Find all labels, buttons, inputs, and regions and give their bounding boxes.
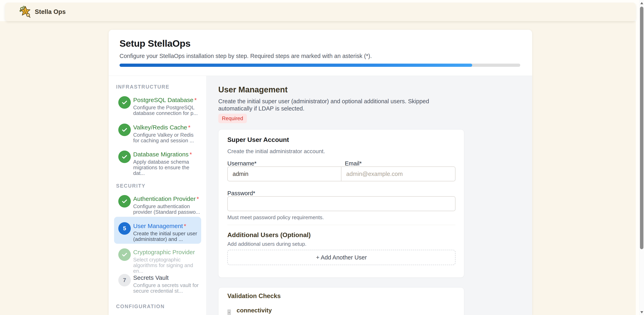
progress-fill: [120, 64, 472, 67]
app-header-bar: Stella Ops: [5, 3, 636, 21]
vertical-scrollbar[interactable]: [639, 0, 644, 315]
required-badge: Required: [218, 114, 247, 123]
required-asterisk: *: [196, 195, 199, 202]
stella-ops-logo-icon: [19, 6, 32, 18]
steps-sidebar: INFRASTRUCTURE PostgreSQL Database* Conf…: [109, 76, 206, 315]
dash-status-icon: -: [227, 309, 231, 315]
section-label-infrastructure: INFRASTRUCTURE: [116, 84, 170, 90]
step-description: Select cryptographic algorithms for sign…: [133, 257, 200, 274]
additional-users-title: Additional Users (Optional): [227, 231, 311, 239]
section-label-configuration: CONFIGURATION: [116, 303, 165, 309]
step-description: Configure Valkey or Redis for caching an…: [133, 132, 200, 143]
username-input[interactable]: [227, 166, 342, 181]
section-label-security: SECURITY: [116, 183, 146, 189]
page-subtitle: Configure your StellaOps installation st…: [120, 53, 372, 59]
brand-title: Stella Ops: [35, 8, 66, 16]
password-label: Password*: [227, 190, 255, 197]
step-description: Configure the PostgreSQL database connec…: [133, 105, 200, 116]
step-title: Cryptographic Provider: [133, 248, 200, 256]
step-number-badge: 7: [118, 274, 131, 286]
card-subtitle: Create the initial administrator account…: [227, 148, 325, 155]
step-title: PostgreSQL Database*: [133, 96, 200, 104]
wizard-header: Setup StellaOps Configure your StellaOps…: [120, 30, 521, 76]
password-help-text: Must meet password policy requirements.: [227, 214, 324, 221]
validation-checks-card: Validation Checks - connectivity Check p…: [218, 287, 464, 315]
check-icon: [118, 96, 131, 109]
step-description-text: Create the initial super user (administr…: [218, 98, 444, 112]
step-title: Valkey/Redis Cache*: [133, 124, 200, 131]
check-icon: [118, 248, 131, 261]
check-name: connectivity: [236, 307, 272, 314]
step-title: Authentication Provider*: [133, 195, 200, 202]
check-icon: [118, 124, 131, 136]
sidebar-item-postgresql-database[interactable]: PostgreSQL Database* Configure the Postg…: [118, 96, 200, 116]
step-description: Configure authentication provider (Stand…: [133, 203, 200, 215]
email-label: Email*: [345, 160, 362, 167]
check-icon: [118, 195, 131, 207]
card-title: Super User Account: [227, 136, 289, 144]
add-another-user-button[interactable]: + Add Another User: [227, 250, 456, 265]
step-number-badge: 5: [118, 222, 131, 235]
card-title: Validation Checks: [227, 292, 281, 300]
step-heading: User Management: [218, 85, 288, 94]
step-title: Database Migrations*: [133, 151, 200, 158]
required-asterisk: *: [184, 223, 186, 229]
required-asterisk: *: [190, 151, 192, 158]
setup-wizard-page: Stella Ops Setup StellaOps Configure you…: [0, 0, 644, 315]
password-input[interactable]: [227, 196, 456, 211]
step-title: User Management*: [133, 222, 200, 230]
sidebar-item-user-management[interactable]: 5 User Management* Create the initial su…: [118, 222, 200, 242]
wizard-card: Setup StellaOps Configure your StellaOps…: [109, 30, 532, 315]
sidebar-item-cryptographic-provider[interactable]: Cryptographic Provider Select cryptograp…: [118, 248, 200, 274]
sidebar-item-secrets-vault[interactable]: 7 Secrets Vault Configure a secrets vaul…: [118, 274, 200, 294]
step-content-pane: User Management Create the initial super…: [206, 76, 532, 315]
scrollbar-down-arrow-icon[interactable]: [640, 311, 643, 313]
additional-users-subtitle: Add additional users during setup.: [227, 241, 306, 247]
scrollbar-up-arrow-icon[interactable]: [640, 2, 643, 4]
setup-progress-bar: [120, 64, 520, 67]
required-asterisk: *: [188, 124, 190, 131]
required-asterisk: *: [194, 97, 197, 103]
sidebar-item-valkey-redis-cache[interactable]: Valkey/Redis Cache* Configure Valkey or …: [118, 124, 200, 143]
username-label: Username*: [227, 160, 256, 167]
email-input[interactable]: [342, 166, 456, 181]
sidebar-item-database-migrations[interactable]: Database Migrations* Apply database sche…: [118, 151, 200, 176]
page-title: Setup StellaOps: [120, 38, 190, 49]
step-description: Apply database schema migrations to ensu…: [133, 159, 200, 176]
sidebar-item-authentication-provider[interactable]: Authentication Provider* Configure authe…: [118, 195, 200, 215]
step-description: Configure a secrets vault for secure cre…: [133, 282, 200, 294]
step-description: Create the initial super user (administr…: [133, 231, 200, 242]
super-user-card: Super User Account Create the initial ad…: [218, 129, 464, 277]
validation-check-row: - connectivity Check passed: [227, 307, 272, 315]
check-icon: [118, 151, 131, 163]
scrollbar-thumb[interactable]: [640, 7, 644, 249]
step-title: Secrets Vault: [133, 274, 200, 281]
